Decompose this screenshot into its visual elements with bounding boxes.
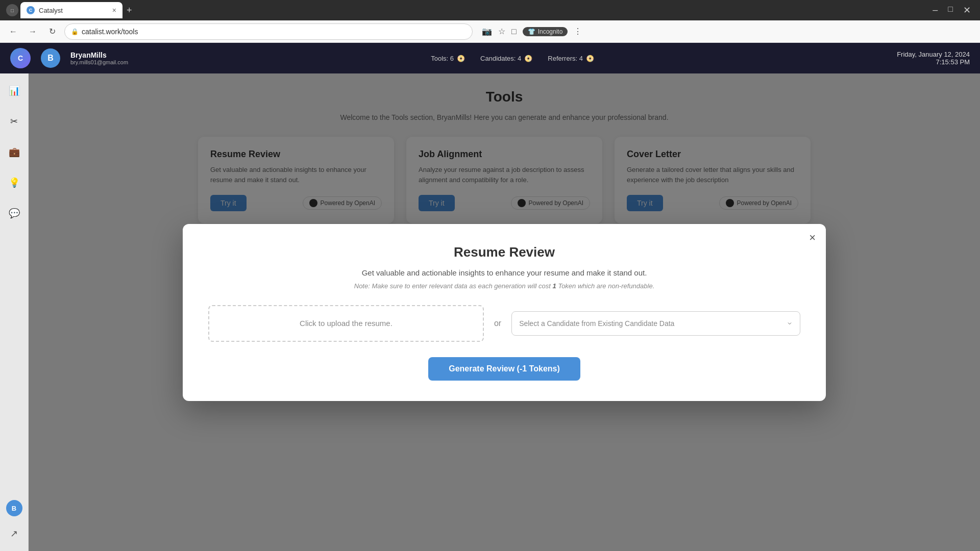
modal-overlay[interactable]: × Resume Review Get valuable and actiona… — [29, 73, 980, 551]
generate-review-button[interactable]: Generate Review (-1 Tokens) — [428, 357, 580, 381]
candidates-stat: Candidates: 4 📀 — [480, 55, 532, 62]
browser-actions: 📷 ☆ □ 👕 Incognito ⋮ — [482, 27, 582, 36]
tab-favicon: C — [27, 6, 35, 14]
candidates-stat-label: Candidates: 4 — [480, 55, 521, 62]
window-controls: □ — [6, 4, 18, 16]
app-logo: C — [10, 48, 31, 68]
content-area: Tools Welcome to the Tools section, Brya… — [29, 73, 980, 551]
header-date: Friday, January 12, 2024 7:15:53 PM — [897, 51, 970, 66]
sidebar-user-avatar[interactable]: B — [6, 500, 22, 516]
sidebar-item-lightbulb[interactable]: 💡 — [5, 173, 23, 192]
profile-icon[interactable]: □ — [511, 27, 517, 36]
forward-button[interactable]: → — [26, 24, 40, 39]
lock-icon: 🔒 — [71, 28, 79, 35]
browser-frame: □ C Catalyst × + – □ ✕ ← → ↻ 🔒 catalist.… — [0, 0, 980, 551]
url-display: catalist.work/tools — [82, 28, 138, 36]
tools-stat-icon: 📀 — [457, 55, 465, 62]
modal-note: Note: Make sure to enter relevant data a… — [208, 282, 800, 290]
sidebar-item-share[interactable]: ↗ — [5, 524, 23, 543]
sidebar-item-briefcase[interactable]: 💼 — [5, 143, 23, 161]
sidebar-item-chart[interactable]: 📊 — [5, 82, 23, 100]
user-avatar: B — [41, 48, 60, 68]
browser-controls: ← → ↻ 🔒 catalist.work/tools 📷 ☆ □ 👕 Inco… — [0, 20, 980, 43]
main-area: 📊 ✂ 💼 💡 💬 B ↗ Tools Welcome to the Tools… — [0, 73, 980, 551]
tab-close-button[interactable]: × — [112, 6, 116, 14]
modal-title: Resume Review — [208, 244, 800, 260]
user-info: BryanMills bry.mills01@gmail.com — [70, 51, 128, 65]
upload-placeholder: Click to upload the resume. — [300, 319, 393, 328]
header-stats: Tools: 6 📀 Candidates: 4 📀 Referrers: 4 … — [138, 55, 887, 62]
bookmark-icon[interactable]: ☆ — [498, 27, 505, 36]
user-email: bry.mills01@gmail.com — [70, 59, 128, 65]
candidate-select[interactable]: Select a Candidate from Existing Candida… — [511, 311, 800, 336]
back-button[interactable]: ← — [6, 24, 20, 39]
incognito-label: Incognito — [538, 28, 563, 35]
browser-tab[interactable]: C Catalyst × — [20, 2, 122, 18]
date-line1: Friday, January 12, 2024 — [897, 51, 970, 58]
referrers-stat-label: Referrers: 4 — [548, 55, 583, 62]
window-close-button[interactable]: ✕ — [963, 5, 971, 16]
minimize-button[interactable]: – — [933, 5, 938, 16]
candidates-stat-icon: 📀 — [524, 55, 532, 62]
user-name: BryanMills — [70, 51, 128, 59]
tab-title: Catalyst — [39, 7, 108, 14]
modal-input-row: Click to upload the resume. or Select a … — [208, 305, 800, 342]
refresh-button[interactable]: ↻ — [45, 24, 59, 39]
referrers-stat: Referrers: 4 📀 — [548, 55, 594, 62]
app-container: C B BryanMills bry.mills01@gmail.com Too… — [0, 43, 980, 551]
incognito-badge: 👕 Incognito — [523, 27, 568, 36]
address-bar[interactable]: 🔒 catalist.work/tools — [64, 23, 473, 40]
app-header: C B BryanMills bry.mills01@gmail.com Too… — [0, 43, 980, 73]
referrers-stat-icon: 📀 — [586, 55, 594, 62]
sidebar-item-chat[interactable]: 💬 — [5, 204, 23, 222]
modal-description: Get valuable and actionable insights to … — [208, 268, 800, 277]
tools-stat: Tools: 6 📀 — [431, 55, 465, 62]
date-line2: 7:15:53 PM — [897, 58, 970, 66]
resume-review-modal: × Resume Review Get valuable and actiona… — [183, 224, 826, 401]
sidebar-bottom: B ↗ — [5, 500, 23, 543]
modal-close-button[interactable]: × — [809, 232, 816, 243]
no-image-icon: 📷 — [482, 27, 492, 36]
sidebar-item-tools[interactable]: ✂ — [5, 112, 23, 131]
maximize-button[interactable]: □ — [948, 5, 953, 16]
upload-zone[interactable]: Click to upload the resume. — [208, 305, 484, 342]
menu-button[interactable]: ⋮ — [574, 27, 582, 36]
new-tab-button[interactable]: + — [127, 5, 132, 16]
browser-title-bar: □ C Catalyst × + – □ ✕ — [0, 0, 980, 20]
tools-stat-label: Tools: 6 — [431, 55, 454, 62]
or-divider: or — [494, 319, 501, 328]
incognito-icon: 👕 — [528, 28, 535, 35]
sidebar: 📊 ✂ 💼 💡 💬 B ↗ — [0, 73, 29, 551]
